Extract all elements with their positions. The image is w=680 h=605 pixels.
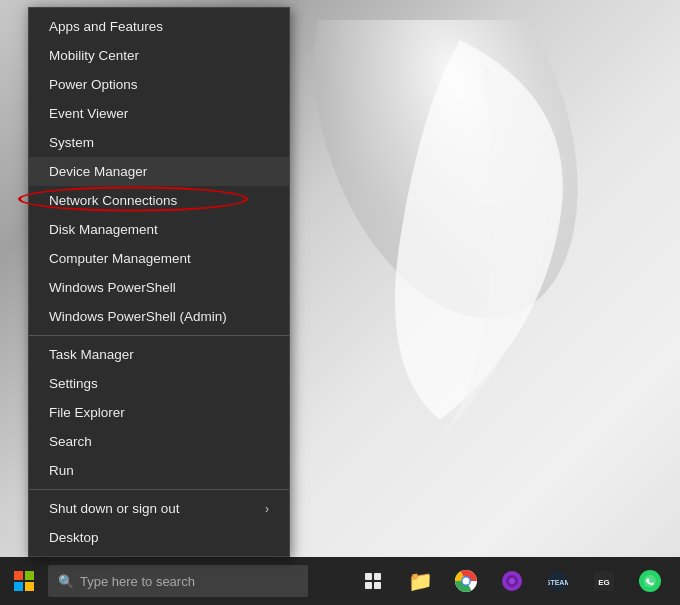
- menu-item-system[interactable]: System: [29, 128, 289, 157]
- svg-rect-2: [25, 571, 34, 580]
- task-view-button[interactable]: [352, 557, 396, 605]
- svg-point-11: [463, 578, 470, 585]
- menu-item-settings[interactable]: Settings: [29, 369, 289, 398]
- menu-item-windows-powershell-admin[interactable]: Windows PowerShell (Admin): [29, 302, 289, 331]
- menu-item-shut-down[interactable]: Shut down or sign out›: [29, 494, 289, 523]
- menu-item-label-computer-management: Computer Management: [49, 251, 191, 266]
- steam-button[interactable]: STEAM: [536, 557, 580, 605]
- windows-logo-icon: [14, 571, 34, 591]
- menu-item-label-task-manager: Task Manager: [49, 347, 134, 362]
- svg-text:EG: EG: [598, 578, 610, 587]
- menu-divider: [29, 489, 289, 490]
- menu-item-label-device-manager: Device Manager: [49, 164, 147, 179]
- menu-item-label-file-explorer: File Explorer: [49, 405, 125, 420]
- epic-games-icon: EG: [594, 571, 614, 591]
- folder-icon: 📁: [408, 569, 433, 593]
- menu-item-label-disk-management: Disk Management: [49, 222, 158, 237]
- purple-app-icon: [502, 571, 522, 591]
- menu-item-disk-management[interactable]: Disk Management: [29, 215, 289, 244]
- menu-item-apps-features[interactable]: Apps and Features: [29, 12, 289, 41]
- taskbar-icons-group: 📁 STEAM: [352, 557, 680, 605]
- menu-item-label-desktop: Desktop: [49, 530, 99, 545]
- menu-item-label-event-viewer: Event Viewer: [49, 106, 128, 121]
- menu-item-power-options[interactable]: Power Options: [29, 70, 289, 99]
- menu-item-label-apps-features: Apps and Features: [49, 19, 163, 34]
- menu-item-desktop[interactable]: Desktop: [29, 523, 289, 552]
- menu-item-label-windows-powershell-admin: Windows PowerShell (Admin): [49, 309, 227, 324]
- menu-item-label-run: Run: [49, 463, 74, 478]
- menu-item-label-network-connections: Network Connections: [49, 193, 177, 208]
- menu-item-computer-management[interactable]: Computer Management: [29, 244, 289, 273]
- menu-item-network-connections[interactable]: Network Connections: [29, 186, 289, 215]
- taskbar: 🔍 Type here to search 📁: [0, 557, 680, 605]
- menu-item-run[interactable]: Run: [29, 456, 289, 485]
- menu-divider: [29, 335, 289, 336]
- svg-rect-1: [14, 571, 23, 580]
- epic-games-button[interactable]: EG: [582, 557, 626, 605]
- menu-item-label-settings: Settings: [49, 376, 98, 391]
- start-button[interactable]: [0, 557, 48, 605]
- svg-rect-5: [365, 573, 372, 580]
- steam-icon: STEAM: [548, 571, 568, 591]
- menu-item-label-shut-down: Shut down or sign out: [49, 501, 180, 516]
- menu-item-device-manager[interactable]: Device Manager: [29, 157, 289, 186]
- menu-item-file-explorer[interactable]: File Explorer: [29, 398, 289, 427]
- submenu-arrow-icon: ›: [265, 502, 269, 516]
- menu-item-label-search: Search: [49, 434, 92, 449]
- whatsapp-button[interactable]: [628, 557, 672, 605]
- menu-item-label-power-options: Power Options: [49, 77, 138, 92]
- menu-item-label-mobility-center: Mobility Center: [49, 48, 139, 63]
- taskbar-search-placeholder: Type here to search: [80, 574, 195, 589]
- svg-text:STEAM: STEAM: [548, 579, 568, 586]
- task-view-icon: [365, 573, 383, 589]
- menu-item-search[interactable]: Search: [29, 427, 289, 456]
- purple-app-button[interactable]: [490, 557, 534, 605]
- chrome-button[interactable]: [444, 557, 488, 605]
- menu-item-label-windows-powershell: Windows PowerShell: [49, 280, 176, 295]
- svg-rect-8: [374, 582, 381, 589]
- desktop-wallpaper-shape: [280, 20, 600, 500]
- svg-point-14: [509, 578, 515, 584]
- file-explorer-button[interactable]: 📁: [398, 557, 442, 605]
- menu-item-event-viewer[interactable]: Event Viewer: [29, 99, 289, 128]
- whatsapp-icon: [639, 570, 661, 592]
- menu-item-label-system: System: [49, 135, 94, 150]
- search-icon: 🔍: [58, 574, 74, 589]
- taskbar-search-bar[interactable]: 🔍 Type here to search: [48, 565, 308, 597]
- menu-item-mobility-center[interactable]: Mobility Center: [29, 41, 289, 70]
- menu-item-task-manager[interactable]: Task Manager: [29, 340, 289, 369]
- chrome-icon: [455, 570, 477, 592]
- svg-rect-4: [25, 582, 34, 591]
- svg-rect-6: [374, 573, 381, 580]
- context-menu: Apps and FeaturesMobility CenterPower Op…: [28, 7, 290, 557]
- menu-item-windows-powershell[interactable]: Windows PowerShell: [29, 273, 289, 302]
- svg-rect-7: [365, 582, 372, 589]
- svg-rect-3: [14, 582, 23, 591]
